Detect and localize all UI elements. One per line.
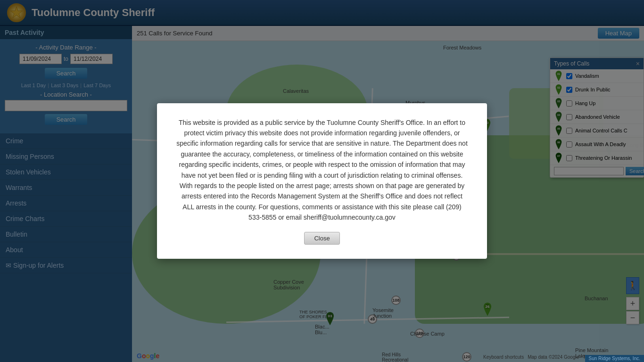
modal-close-button[interactable]: Close xyxy=(304,232,339,245)
modal-body-text: This website is provided as a public ser… xyxy=(176,117,468,223)
modal-overlay: This website is provided as a public ser… xyxy=(0,0,644,362)
sunridge-footer: Sun Ridge Systems, Inc. xyxy=(585,355,644,362)
sunridge-label: Sun Ridge Systems, Inc. xyxy=(589,356,641,361)
modal-dialog: This website is provided as a public ser… xyxy=(157,103,487,259)
